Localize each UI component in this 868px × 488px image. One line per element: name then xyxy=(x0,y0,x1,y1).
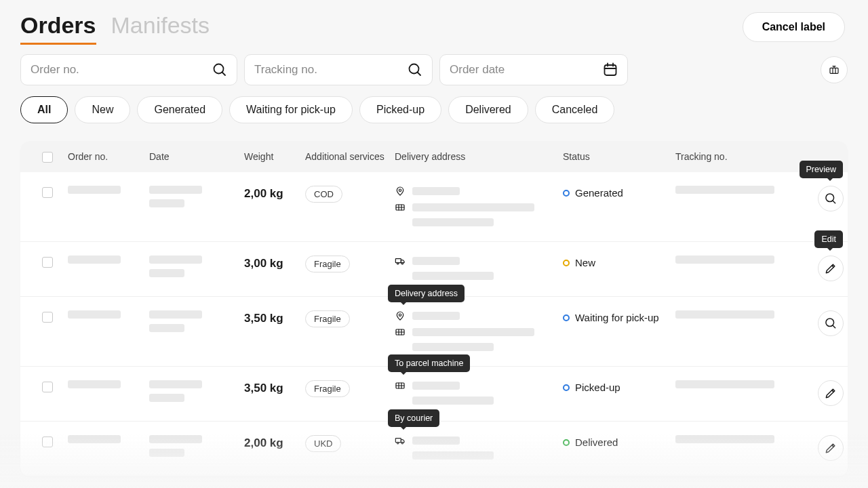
tooltip-delivery-address: Delivery address xyxy=(388,285,465,302)
tracking-no-input[interactable] xyxy=(245,63,432,77)
status-label: Generated xyxy=(575,187,623,199)
svg-rect-4 xyxy=(605,65,616,75)
select-all-checkbox[interactable] xyxy=(42,152,53,163)
svg-line-3 xyxy=(418,73,421,76)
row-checkbox[interactable] xyxy=(42,187,53,198)
address-cell xyxy=(395,186,563,226)
orders-table: Order no. Date Weight Additional service… xyxy=(20,141,848,476)
status-dot xyxy=(563,439,570,446)
calendar-icon xyxy=(600,60,620,80)
address-cell: By courier xyxy=(395,435,563,460)
status-label: New xyxy=(575,257,595,268)
status-dot xyxy=(563,190,570,197)
preview-button[interactable]: Preview xyxy=(818,186,844,211)
address-cell xyxy=(395,256,563,280)
table-header: Order no. Date Weight Additional service… xyxy=(20,141,848,172)
status-cell: Generated xyxy=(563,186,675,199)
order-date-input-wrap[interactable] xyxy=(439,54,628,85)
search-icon xyxy=(824,317,837,330)
filter-canceled[interactable]: Canceled xyxy=(535,96,615,123)
weight-value: 2,00 kg xyxy=(244,186,305,201)
pin-icon xyxy=(395,310,406,321)
service-badge: Fragile xyxy=(305,310,350,327)
cancel-label-button[interactable]: Cancel label xyxy=(743,12,845,42)
weight-value: 2,00 kg xyxy=(244,435,305,450)
table-row: 2,00 kgUKD By courier Delivered xyxy=(20,422,848,476)
search-icon xyxy=(405,60,425,80)
service-badge: UKD xyxy=(305,435,341,452)
col-order-no: Order no. xyxy=(68,151,149,162)
grid-icon xyxy=(395,327,406,338)
grid-icon xyxy=(395,380,406,391)
col-services: Additional services xyxy=(305,151,395,162)
tooltip-by-courier: By courier xyxy=(388,409,439,427)
edit-button[interactable]: Edit xyxy=(818,256,844,281)
tab-manifests[interactable]: Manifests xyxy=(111,12,210,43)
weight-value: 3,50 kg xyxy=(244,310,305,325)
tooltip-preview: Preview xyxy=(800,161,843,178)
row-checkbox[interactable] xyxy=(42,257,53,268)
status-filters: All New Generated Waiting for pick-up Pi… xyxy=(0,85,868,123)
status-label: Delivered xyxy=(575,436,618,448)
col-tracking: Tracking no. xyxy=(675,151,791,162)
row-checkbox[interactable] xyxy=(42,382,53,392)
pencil-icon xyxy=(824,386,837,400)
status-cell: New xyxy=(563,256,675,268)
filter-new[interactable]: New xyxy=(75,96,130,123)
status-cell: Picked-up xyxy=(563,380,675,393)
status-label: Waiting for pick-up xyxy=(575,312,659,323)
weight-value: 3,00 kg xyxy=(244,256,305,270)
pencil-icon xyxy=(824,262,837,275)
status-label: Picked-up xyxy=(575,382,620,393)
pin-icon xyxy=(395,186,406,197)
columns-icon xyxy=(829,64,840,75)
pencil-icon xyxy=(824,441,837,455)
status-cell: Waiting for pick-up xyxy=(563,310,675,323)
edit-button[interactable] xyxy=(818,435,844,461)
row-checkbox[interactable] xyxy=(42,436,53,447)
search-icon xyxy=(824,192,837,205)
filter-pickedup[interactable]: Picked-up xyxy=(359,96,441,123)
status-dot xyxy=(563,260,570,266)
address-cell: To parcel machine xyxy=(395,380,563,405)
order-no-input-wrap[interactable] xyxy=(20,54,237,85)
status-dot xyxy=(563,384,570,391)
grid-icon xyxy=(395,202,406,213)
filter-all[interactable]: All xyxy=(20,96,68,123)
address-cell: Delivery address xyxy=(395,310,563,351)
tracking-no-input-wrap[interactable] xyxy=(244,54,433,85)
svg-line-1 xyxy=(222,73,226,76)
columns-settings-button[interactable] xyxy=(821,56,848,83)
filter-waiting[interactable]: Waiting for pick-up xyxy=(229,96,353,123)
svg-rect-8 xyxy=(830,68,838,73)
service-badge: COD xyxy=(305,186,342,203)
table-row: 2,00 kgCOD Generated Preview xyxy=(20,172,848,242)
edit-button[interactable] xyxy=(818,380,844,406)
tooltip-parcel-machine: To parcel machine xyxy=(388,354,470,372)
order-no-input[interactable] xyxy=(21,63,237,77)
truck-icon xyxy=(395,435,406,446)
order-date-input[interactable] xyxy=(440,63,627,77)
status-cell: Delivered xyxy=(563,435,675,448)
col-date: Date xyxy=(149,151,244,162)
search-icon xyxy=(210,60,230,80)
row-checkbox[interactable] xyxy=(42,312,53,323)
service-badge: Fragile xyxy=(305,380,350,397)
status-dot xyxy=(563,314,570,321)
filter-delivered[interactable]: Delivered xyxy=(448,96,528,123)
truck-icon xyxy=(395,256,406,266)
filter-generated[interactable]: Generated xyxy=(137,96,222,123)
tooltip-edit: Edit xyxy=(814,230,843,248)
col-status: Status xyxy=(563,151,675,162)
col-address: Delivery address xyxy=(395,151,563,162)
col-weight: Weight xyxy=(244,151,305,162)
service-badge: Fragile xyxy=(305,256,350,272)
tab-orders[interactable]: Orders xyxy=(20,12,96,45)
weight-value: 3,50 kg xyxy=(244,380,305,395)
preview-button[interactable] xyxy=(818,310,844,336)
